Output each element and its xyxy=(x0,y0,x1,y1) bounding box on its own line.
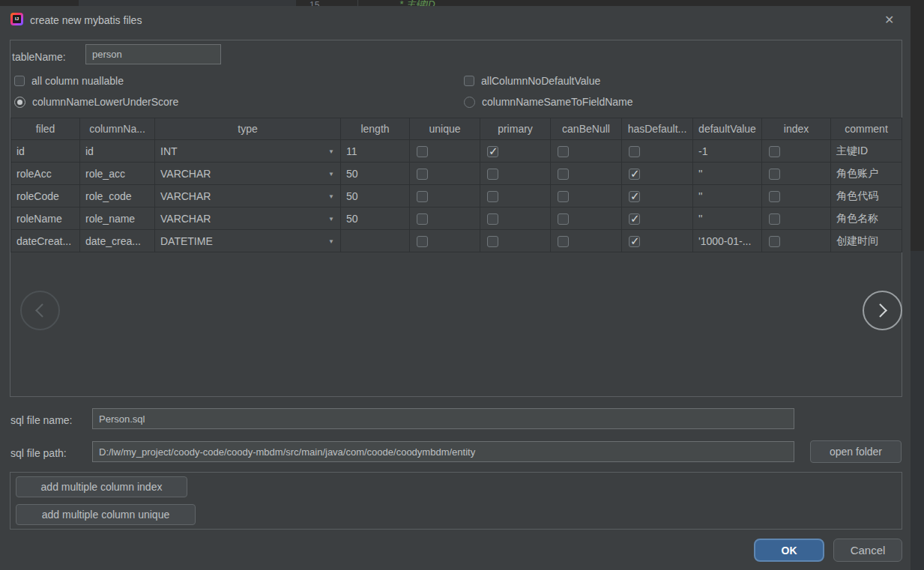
can-be-null-cell xyxy=(551,230,622,252)
index-cell xyxy=(762,230,831,252)
can-be-null-checkbox[interactable] xyxy=(558,236,569,247)
idea-logo-letters: IJ xyxy=(13,15,21,23)
cell-comment[interactable]: 角色账户 xyxy=(831,163,902,185)
has-default-checkbox[interactable] xyxy=(629,191,640,202)
cell-filed[interactable]: id xyxy=(11,140,80,163)
primary-checkbox[interactable] xyxy=(487,236,498,247)
can-be-null-cell xyxy=(551,185,622,207)
close-icon[interactable]: ✕ xyxy=(884,13,894,27)
add-multiple-panel: add multiple column index add multiple c… xyxy=(10,472,902,530)
sql-file-path-input[interactable] xyxy=(92,441,794,462)
index-checkbox[interactable] xyxy=(769,146,780,157)
column-header: length xyxy=(341,118,410,140)
primary-checkbox[interactable] xyxy=(487,146,498,157)
cell-length[interactable] xyxy=(341,230,410,252)
can-be-null-checkbox[interactable] xyxy=(558,191,569,202)
has-default-cell xyxy=(622,230,693,252)
can-be-null-cell xyxy=(551,163,622,185)
radio-icon xyxy=(464,97,475,108)
cell-type-dropdown[interactable]: VARCHAR▼ xyxy=(155,207,341,230)
open-folder-button[interactable]: open folder xyxy=(810,440,902,463)
radio-icon xyxy=(14,97,25,108)
option-column-name-lower-underscore[interactable]: columnNameLowerUnderScore xyxy=(14,96,178,108)
index-checkbox[interactable] xyxy=(769,236,780,247)
option-all-column-no-default-value[interactable]: allColumnNoDefaultValue xyxy=(464,75,600,87)
cell-column-name[interactable]: id xyxy=(80,140,155,163)
index-cell xyxy=(762,207,831,230)
unique-checkbox[interactable] xyxy=(417,191,428,202)
primary-checkbox[interactable] xyxy=(487,191,498,202)
option-all-column-nullable[interactable]: all column nuallable xyxy=(14,75,124,87)
add-multiple-column-index-button[interactable]: add multiple column index xyxy=(16,476,187,497)
index-checkbox[interactable] xyxy=(769,169,780,180)
can-be-null-checkbox[interactable] xyxy=(558,146,569,157)
can-be-null-checkbox[interactable] xyxy=(558,169,569,180)
option-column-name-same-to-field-name[interactable]: columnNameSameToFieldName xyxy=(464,96,633,108)
cell-column-name[interactable]: date_crea... xyxy=(80,230,155,252)
index-checkbox[interactable] xyxy=(769,191,780,202)
cell-filed[interactable]: roleAcc xyxy=(11,163,80,185)
cell-filed[interactable]: dateCreat... xyxy=(11,230,80,252)
dropdown-arrow-icon: ▼ xyxy=(328,170,334,177)
cell-column-name[interactable]: role_code xyxy=(80,185,155,207)
cell-type-dropdown[interactable]: INT▼ xyxy=(155,140,341,163)
background-editor-right-strip xyxy=(911,0,924,570)
index-checkbox[interactable] xyxy=(769,213,780,225)
cell-column-name[interactable]: role_name xyxy=(80,207,155,230)
next-page-button[interactable] xyxy=(863,291,902,330)
table-header-row: filedcolumnNa...typelengthuniqueprimaryc… xyxy=(11,118,902,140)
dropdown-arrow-icon: ▼ xyxy=(328,192,334,199)
has-default-checkbox[interactable] xyxy=(629,169,640,180)
has-default-checkbox[interactable] xyxy=(629,236,640,247)
can-be-null-checkbox[interactable] xyxy=(558,213,569,225)
primary-checkbox[interactable] xyxy=(487,169,498,180)
intellij-idea-icon: IJ xyxy=(10,13,23,25)
unique-checkbox[interactable] xyxy=(417,146,428,157)
cell-column-name[interactable]: role_acc xyxy=(80,163,155,185)
type-value: VARCHAR xyxy=(160,190,211,202)
cell-default-value[interactable]: '' xyxy=(693,163,762,185)
previous-page-button[interactable] xyxy=(20,291,60,330)
cell-filed[interactable]: roleCode xyxy=(11,185,80,207)
sql-file-name-input[interactable] xyxy=(92,408,794,429)
cell-comment[interactable]: 角色名称 xyxy=(831,207,902,230)
unique-checkbox[interactable] xyxy=(417,213,428,225)
primary-checkbox[interactable] xyxy=(487,213,498,225)
column-header: filed xyxy=(11,118,80,140)
index-cell xyxy=(762,163,831,185)
add-multiple-column-unique-button[interactable]: add multiple column unique xyxy=(16,504,196,525)
unique-cell xyxy=(410,140,480,163)
cell-comment[interactable]: 创建时间 xyxy=(831,230,902,252)
dialog-titlebar: IJ create new mybatis files ✕ xyxy=(0,6,911,34)
cell-default-value[interactable]: -1 xyxy=(693,140,762,163)
cell-length[interactable]: 50 xyxy=(341,163,410,185)
cell-default-value[interactable]: '1000-01-... xyxy=(693,230,762,252)
column-header: type xyxy=(155,118,341,140)
cell-comment[interactable]: 主键ID xyxy=(831,140,902,163)
table-name-input[interactable] xyxy=(85,44,221,64)
cell-type-dropdown[interactable]: DATETIME▼ xyxy=(155,230,341,252)
checkbox-icon xyxy=(464,76,474,86)
ok-button[interactable]: OK xyxy=(754,539,824,562)
table-row: dateCreat...date_crea...DATETIME▼'1000-0… xyxy=(11,230,902,252)
create-mybatis-files-dialog: IJ create new mybatis files ✕ tableName:… xyxy=(0,6,911,570)
cell-length[interactable]: 11 xyxy=(341,140,410,163)
cell-type-dropdown[interactable]: VARCHAR▼ xyxy=(155,185,341,207)
unique-checkbox[interactable] xyxy=(417,236,428,247)
column-header: hasDefault... xyxy=(622,118,693,140)
cell-length[interactable]: 50 xyxy=(341,185,410,207)
cancel-button[interactable]: Cancel xyxy=(833,539,902,562)
cell-comment[interactable]: 角色代码 xyxy=(831,185,902,207)
cell-filed[interactable]: roleName xyxy=(11,207,80,230)
unique-checkbox[interactable] xyxy=(417,169,428,180)
column-header: canBeNull xyxy=(551,118,622,140)
has-default-checkbox[interactable] xyxy=(629,146,640,157)
sql-file-path-label: sql file path: xyxy=(10,447,67,459)
option-label: all column nuallable xyxy=(31,75,124,87)
cell-default-value[interactable]: '' xyxy=(693,207,762,230)
cell-default-value[interactable]: '' xyxy=(693,185,762,207)
cell-length[interactable]: 50 xyxy=(341,207,410,230)
cell-type-dropdown[interactable]: VARCHAR▼ xyxy=(155,163,341,185)
has-default-checkbox[interactable] xyxy=(629,213,640,225)
table-row: roleCoderole_codeVARCHAR▼50''角色代码 xyxy=(11,185,902,207)
